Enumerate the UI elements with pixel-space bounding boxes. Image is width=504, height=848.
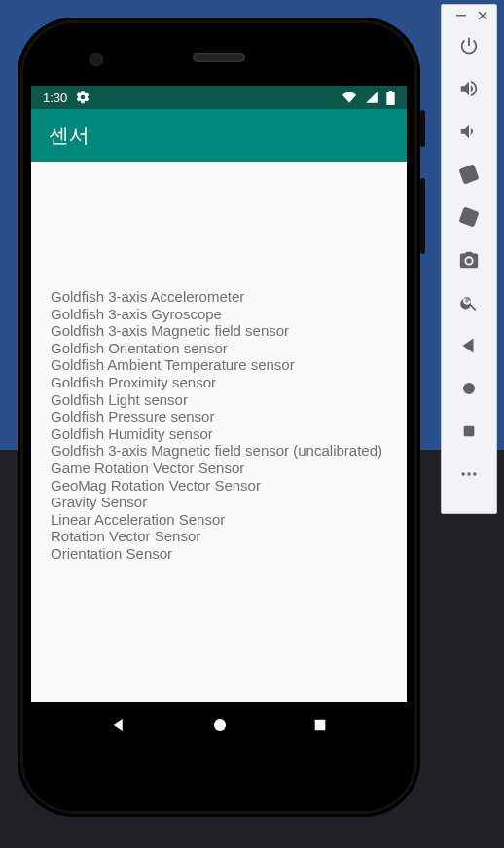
- power-icon[interactable]: [457, 34, 481, 57]
- battery-icon: [386, 91, 395, 105]
- gear-icon: [75, 90, 90, 105]
- svg-rect-6: [464, 426, 473, 435]
- svg-rect-2: [456, 15, 466, 17]
- app-title: 센서: [49, 122, 90, 149]
- sensor-item: GeoMag Rotation Vector Sensor: [51, 477, 387, 495]
- status-time: 1:30: [43, 91, 67, 105]
- sensor-item: Goldfish Ambient Temperature sensor: [51, 356, 387, 374]
- svg-point-7: [462, 472, 465, 475]
- svg-point-5: [464, 384, 475, 394]
- svg-point-8: [467, 472, 470, 475]
- svg-rect-1: [315, 720, 326, 731]
- sensor-item: Rotation Vector Sensor: [51, 528, 387, 545]
- svg-rect-4: [460, 208, 479, 227]
- device-frame: 1:30: [18, 18, 420, 817]
- sensor-item: Goldfish 3-axis Accelerometer: [51, 288, 387, 306]
- sensor-item: Goldfish Light sensor: [51, 391, 387, 409]
- device-camera-dot: [90, 53, 103, 66]
- sensor-list: Goldfish 3-axis AccelerometerGoldfish 3-…: [31, 162, 407, 702]
- nav-overview-button[interactable]: [312, 718, 328, 733]
- rotate-right-icon[interactable]: [457, 205, 481, 229]
- status-bar: 1:30: [31, 86, 407, 109]
- sensor-item: Goldfish Proximity sensor: [51, 374, 387, 391]
- minimize-button[interactable]: [455, 10, 467, 21]
- sensor-item: Game Rotation Vector Sensor: [51, 460, 387, 477]
- nav-back-button[interactable]: [110, 717, 127, 734]
- svg-point-0: [214, 719, 226, 731]
- sensor-item: Gravity Sensor: [51, 494, 387, 511]
- emulator-toolbar: [441, 4, 497, 514]
- sensor-item: Goldfish 3-axis Magnetic field sensor: [51, 322, 387, 340]
- device-power-button: [420, 110, 425, 147]
- sensor-item: Goldfish Humidity sensor: [51, 425, 387, 443]
- device-volume-rocker: [420, 178, 425, 254]
- camera-icon[interactable]: [457, 248, 481, 272]
- svg-rect-3: [460, 166, 479, 184]
- cellular-icon: [365, 91, 378, 104]
- device-speaker: [193, 53, 245, 62]
- close-button[interactable]: [477, 10, 488, 21]
- device-frame-inner: 1:30: [23, 23, 414, 811]
- rotate-left-icon[interactable]: [457, 163, 481, 186]
- nav-home-button[interactable]: [211, 717, 229, 734]
- sensor-item: Goldfish 3-axis Gyroscope: [51, 306, 387, 323]
- android-nav-bar: [31, 702, 407, 749]
- sensor-item: Goldfish Orientation sensor: [51, 340, 387, 357]
- volume-up-icon[interactable]: [457, 77, 481, 100]
- overview-icon[interactable]: [457, 420, 481, 443]
- home-icon[interactable]: [457, 377, 481, 400]
- wifi-icon: [342, 91, 357, 104]
- sensor-item: Goldfish Pressure sensor: [51, 408, 387, 425]
- app-bar: 센서: [31, 109, 407, 162]
- sensor-item: Goldfish 3-axis Magnetic field sensor (u…: [51, 442, 387, 460]
- device-screen: 1:30: [31, 86, 407, 749]
- back-icon[interactable]: [457, 334, 481, 357]
- volume-down-icon[interactable]: [457, 120, 481, 143]
- zoom-in-icon[interactable]: [457, 291, 481, 314]
- sensor-item: Linear Acceleration Sensor: [51, 511, 387, 529]
- svg-point-9: [473, 472, 476, 475]
- overflow-icon[interactable]: [457, 462, 481, 486]
- sensor-item: Orientation Sensor: [51, 545, 387, 563]
